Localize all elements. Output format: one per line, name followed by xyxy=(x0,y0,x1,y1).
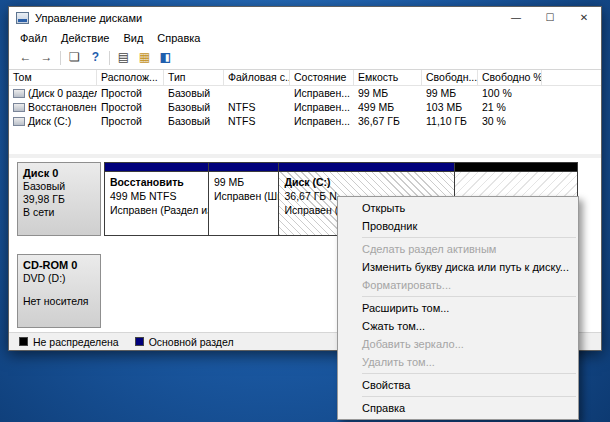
column-header-filler xyxy=(542,70,601,85)
computer-icon[interactable]: ▤ xyxy=(113,49,134,67)
unallocated-band xyxy=(455,163,577,172)
column-header-free-pct[interactable]: Свободно % xyxy=(478,70,542,85)
cell-volume: Восстановлен xyxy=(28,101,97,113)
toolbar-separator xyxy=(109,51,110,65)
menu-action[interactable]: Действие xyxy=(54,29,116,47)
menu-item-help[interactable]: Справка xyxy=(338,399,578,417)
cell-filesystem: NTFS xyxy=(224,115,290,127)
column-header-volume[interactable]: Том xyxy=(9,70,97,85)
partition-status: Исправен (Раздел из xyxy=(110,203,203,217)
primary-partition-band xyxy=(209,163,279,172)
volume-icon xyxy=(13,103,25,112)
partition-efi[interactable]: 99 МБ Исправен (Ши xyxy=(208,162,280,236)
primary-partition-band xyxy=(279,163,453,172)
column-header-status[interactable]: Состояние xyxy=(290,70,354,85)
desktop: Управление дисками — ☐ ✕ Файл Действие В… xyxy=(0,0,610,422)
disk-status: Нет носителя xyxy=(23,295,95,308)
back-icon[interactable]: ← xyxy=(15,49,36,67)
partition-title: Диск (C:) xyxy=(284,175,448,189)
legend-label: Не распределена xyxy=(33,336,119,348)
primary-partition-swatch-icon xyxy=(135,337,144,346)
disk-name: CD-ROM 0 xyxy=(23,259,95,272)
help-icon[interactable]: ? xyxy=(85,49,106,67)
cell-layout: Простой xyxy=(97,87,164,99)
cell-volume: Диск (C:) xyxy=(28,115,71,127)
app-icon xyxy=(16,12,29,24)
cell-free-pct: 21 % xyxy=(478,101,542,113)
menu-item-format: Форматировать... xyxy=(338,276,578,294)
menu-item-mark-partition-active: Сделать раздел активным xyxy=(338,240,578,258)
menu-file[interactable]: Файл xyxy=(13,29,54,47)
partition-recovery[interactable]: Восстановить 499 МБ NTFS Исправен (Разде… xyxy=(104,162,209,236)
menu-separator xyxy=(362,373,576,374)
volume-icon xyxy=(13,89,25,98)
cell-free: 11,10 ГБ xyxy=(422,115,478,127)
close-button[interactable]: ✕ xyxy=(567,7,601,29)
cell-free-pct: 30 % xyxy=(478,115,542,127)
cell-status: Исправен... xyxy=(290,87,354,99)
cell-type: Базовый xyxy=(164,115,224,127)
menu-item-add-mirror: Добавить зеркало... xyxy=(338,335,578,353)
legend-unallocated: Не распределена xyxy=(19,336,119,348)
table-row[interactable]: Диск (C:) Простой Базовый NTFS Исправен.… xyxy=(9,114,601,128)
menu-item-explorer[interactable]: Проводник xyxy=(338,217,578,235)
menu-item-extend-volume[interactable]: Расширить том... xyxy=(338,299,578,317)
legend-primary-partition: Основной раздел xyxy=(135,336,234,348)
volume-list-icon[interactable]: ▦ xyxy=(134,49,155,67)
forward-icon[interactable]: → xyxy=(36,49,57,67)
cell-free: 103 МБ xyxy=(422,101,478,113)
disk-view-icon[interactable]: ◧ xyxy=(155,49,176,67)
cell-capacity: 36,67 ГБ xyxy=(354,115,422,127)
disk-name: Диск 0 xyxy=(23,167,95,180)
menu-item-properties[interactable]: Свойства xyxy=(338,376,578,394)
toolbar-separator xyxy=(60,51,61,65)
menu-separator xyxy=(362,237,576,238)
titlebar: Управление дисками — ☐ ✕ xyxy=(9,7,601,29)
menubar: Файл Действие Вид Справка xyxy=(9,29,601,47)
disk-status: В сети xyxy=(23,206,95,219)
menu-item-shrink-volume[interactable]: Сжать том... xyxy=(338,317,578,335)
partition-size: 99 МБ xyxy=(214,175,274,189)
column-header-capacity[interactable]: Емкость xyxy=(354,70,422,85)
menu-help[interactable]: Справка xyxy=(150,29,207,47)
cell-capacity: 99 МБ xyxy=(354,87,422,99)
partition-status: Исправен (Ши xyxy=(214,189,274,203)
cell-free-pct: 100 % xyxy=(478,87,542,99)
partition-size: 499 МБ NTFS xyxy=(110,189,203,203)
cell-volume: (Диск 0 раздел 2) xyxy=(28,87,97,99)
table-row[interactable]: Восстановлен Простой Базовый NTFS Исправ… xyxy=(9,100,601,114)
cell-free: 99 МБ xyxy=(422,87,478,99)
volume-icon xyxy=(13,117,25,126)
cell-filesystem: NTFS xyxy=(224,101,290,113)
minimize-button[interactable]: — xyxy=(499,7,533,29)
cell-status: Исправен... xyxy=(290,115,354,127)
menu-item-open[interactable]: Открыть xyxy=(338,199,578,217)
maximize-button[interactable]: ☐ xyxy=(533,7,567,29)
menu-item-change-drive-letter[interactable]: Изменить букву диска или путь к диску... xyxy=(338,258,578,276)
menu-separator xyxy=(362,396,576,397)
cell-type: Базовый xyxy=(164,87,224,99)
disk-type: Базовый xyxy=(23,180,95,193)
context-menu: Открыть Проводник Сделать раздел активны… xyxy=(337,196,579,420)
console-tree-icon[interactable]: ❏ xyxy=(64,49,85,67)
volume-list-pane: Том Располож... Тип Файловая с... Состоя… xyxy=(9,70,601,154)
column-header-type[interactable]: Тип xyxy=(164,70,224,85)
column-header-filesystem[interactable]: Файловая с... xyxy=(224,70,290,85)
partition-title: Восстановить xyxy=(110,175,203,189)
disk0-label[interactable]: Диск 0 Базовый 39,98 ГБ В сети xyxy=(17,162,101,236)
primary-partition-band xyxy=(105,163,208,172)
window-controls: — ☐ ✕ xyxy=(499,7,601,29)
column-header-layout[interactable]: Располож... xyxy=(97,70,164,85)
cell-layout: Простой xyxy=(97,101,164,113)
column-header-free[interactable]: Свободн... xyxy=(422,70,478,85)
menu-view[interactable]: Вид xyxy=(116,29,150,47)
volume-list-header: Том Располож... Тип Файловая с... Состоя… xyxy=(9,70,601,86)
table-row[interactable]: (Диск 0 раздел 2) Простой Базовый Исправ… xyxy=(9,86,601,100)
unallocated-swatch-icon xyxy=(19,337,28,346)
cdrom0-label[interactable]: CD-ROM 0 DVD (D:) Нет носителя xyxy=(17,254,101,328)
legend-label: Основной раздел xyxy=(149,336,234,348)
cell-layout: Простой xyxy=(97,115,164,127)
toolbar: ← → ❏ ? ▤ ▦ ◧ xyxy=(9,47,601,70)
window-title: Управление дисками xyxy=(35,12,142,24)
disk-type: DVD (D:) xyxy=(23,272,95,285)
